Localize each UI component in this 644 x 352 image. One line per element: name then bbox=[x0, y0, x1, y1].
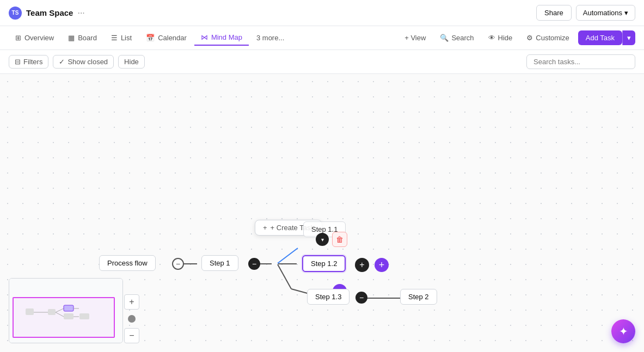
customize-icon: ⚙ bbox=[526, 34, 533, 42]
step-1-3-label: Step 1.3 bbox=[307, 289, 349, 305]
show-closed-button[interactable]: ✓ Show closed bbox=[53, 55, 114, 69]
nav-right: + View 🔍 Search 👁 Hide ⚙ Customize Add T… bbox=[399, 30, 635, 45]
step-2-label: Step 2 bbox=[400, 289, 437, 305]
fab-button[interactable]: ✦ bbox=[611, 319, 635, 343]
step-1-label: Step 1 bbox=[201, 255, 238, 271]
tab-mindmap-label: Mind Map bbox=[211, 33, 242, 41]
process-flow-label: Process flow bbox=[99, 255, 156, 271]
toolbar-right bbox=[526, 54, 635, 69]
tab-overview-label: Overview bbox=[24, 34, 54, 42]
header: TS Team Space ··· Share Automations ▾ bbox=[0, 0, 644, 26]
minimap bbox=[9, 278, 123, 343]
node-step-1-3[interactable]: Step 1.3 bbox=[307, 289, 349, 305]
calendar-icon: 📅 bbox=[146, 34, 155, 42]
overview-icon: ⊞ bbox=[15, 34, 21, 42]
node-step-2[interactable]: Step 2 bbox=[400, 289, 437, 305]
zoom-indicator bbox=[128, 315, 136, 323]
filters-label: Filters bbox=[23, 58, 42, 66]
add-view-button[interactable]: + View bbox=[399, 31, 431, 45]
search-label: Search bbox=[451, 34, 474, 42]
hide-label: Hide bbox=[498, 34, 513, 42]
tab-more[interactable]: 3 more... bbox=[250, 30, 291, 45]
filter-icon: ⊟ bbox=[15, 58, 21, 66]
list-icon: ☰ bbox=[111, 34, 118, 42]
automations-button[interactable]: Automations ▾ bbox=[576, 5, 635, 21]
tab-calendar[interactable]: 📅 Calendar bbox=[139, 30, 193, 45]
svg-rect-9 bbox=[26, 308, 34, 315]
add-sibling-purple-button[interactable]: + bbox=[375, 258, 389, 272]
tab-more-label: 3 more... bbox=[256, 34, 284, 42]
customize-label: Customize bbox=[536, 34, 569, 42]
add-task-dropdown-button[interactable]: ▾ bbox=[622, 30, 635, 45]
toolbar: ⊟ Filters ✓ Show closed Hide bbox=[0, 50, 644, 74]
node-step1-expand[interactable]: − bbox=[248, 258, 260, 270]
node-step-1-3-expand[interactable]: − bbox=[355, 292, 367, 304]
tab-board-label: Board bbox=[78, 34, 97, 42]
add-child-dark-button[interactable]: + bbox=[355, 258, 369, 272]
workspace-name: Team Space bbox=[26, 8, 73, 17]
hide-icon: 👁 bbox=[488, 34, 495, 42]
minimap-inner bbox=[9, 279, 122, 343]
show-closed-icon: ✓ bbox=[59, 58, 65, 66]
node-step-1[interactable]: Step 1 bbox=[201, 255, 238, 271]
tab-mindmap[interactable]: ⋈ Mind Map bbox=[194, 30, 249, 46]
chevron-down-icon: ▾ bbox=[624, 9, 628, 17]
show-closed-label: Show closed bbox=[68, 58, 108, 66]
mindmap-icon: ⋈ bbox=[201, 33, 208, 41]
tab-calendar-label: Calendar bbox=[158, 34, 187, 42]
svg-line-12 bbox=[56, 308, 64, 312]
hide-toolbar-label: Hide bbox=[124, 58, 139, 66]
svg-rect-18 bbox=[79, 313, 89, 319]
customize-button[interactable]: ⚙ Customize bbox=[521, 31, 574, 45]
zoom-out-button[interactable]: − bbox=[124, 328, 139, 343]
node-step-1-2[interactable]: Step 1.2 bbox=[302, 255, 346, 272]
fab-icon: ✦ bbox=[619, 325, 628, 338]
node-step-1-2-add-purple[interactable]: + bbox=[375, 258, 389, 272]
step-1-3-circle[interactable]: − bbox=[355, 292, 367, 304]
svg-rect-16 bbox=[64, 313, 73, 319]
tab-list-label: List bbox=[121, 34, 132, 42]
header-left: TS Team Space ··· bbox=[9, 7, 85, 20]
tab-overview[interactable]: ⊞ Overview bbox=[9, 30, 60, 45]
hide-button[interactable]: 👁 Hide bbox=[483, 31, 518, 45]
svg-line-4 bbox=[278, 248, 298, 263]
search-icon: 🔍 bbox=[440, 34, 449, 42]
zoom-controls: + − bbox=[124, 294, 139, 343]
zoom-in-button[interactable]: + bbox=[124, 294, 139, 310]
svg-rect-11 bbox=[48, 309, 56, 315]
tab-board[interactable]: ▦ Board bbox=[62, 30, 103, 45]
canvas: Process flow − Step 1 − + + Create Task … bbox=[0, 74, 644, 352]
automations-label: Automations bbox=[583, 9, 622, 17]
svg-line-13 bbox=[56, 312, 64, 317]
minimap-svg-content bbox=[9, 279, 123, 343]
node-process-flow-minus[interactable]: − bbox=[172, 258, 184, 270]
add-task-button[interactable]: Add Task bbox=[578, 30, 622, 45]
delete-button[interactable]: 🗑 bbox=[332, 232, 347, 247]
share-button[interactable]: Share bbox=[536, 5, 572, 21]
search-button[interactable]: 🔍 Search bbox=[434, 31, 479, 45]
more-options-icon[interactable]: ··· bbox=[77, 8, 84, 18]
add-view-label: + View bbox=[404, 34, 426, 42]
svg-rect-14 bbox=[64, 305, 73, 311]
header-right: Share Automations ▾ bbox=[536, 5, 635, 21]
step-1-2-label: Step 1.2 bbox=[302, 255, 346, 272]
node-step-1-2-add[interactable]: + bbox=[355, 258, 369, 272]
color-chevron-icon: ▾ bbox=[321, 237, 324, 243]
step-1-2-toolbar: ▾ 🗑 bbox=[316, 232, 347, 247]
search-tasks-input[interactable] bbox=[526, 54, 635, 69]
expand-circle-icon[interactable]: − bbox=[248, 258, 260, 270]
filters-button[interactable]: ⊟ Filters bbox=[9, 55, 48, 69]
workspace-avatar: TS bbox=[9, 7, 22, 20]
board-icon: ▦ bbox=[68, 34, 75, 42]
minus-circle-icon[interactable]: − bbox=[172, 258, 184, 270]
color-dot[interactable]: ▾ bbox=[316, 233, 329, 246]
node-process-flow[interactable]: Process flow bbox=[99, 255, 156, 271]
hide-toolbar-button[interactable]: Hide bbox=[118, 55, 145, 69]
svg-line-5 bbox=[278, 264, 291, 289]
create-task-plus-icon: + bbox=[263, 224, 267, 232]
tab-list[interactable]: ☰ List bbox=[105, 30, 138, 45]
nav-tabs: ⊞ Overview ▦ Board ☰ List 📅 Calendar ⋈ M… bbox=[0, 26, 644, 50]
